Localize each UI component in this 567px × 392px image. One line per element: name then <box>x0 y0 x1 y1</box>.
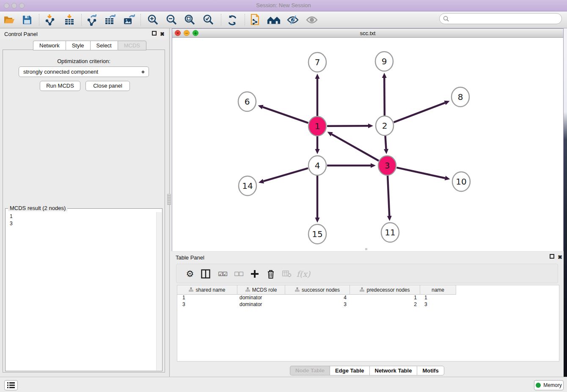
graph-edge[interactable] <box>263 168 308 181</box>
graph-edge[interactable] <box>332 134 379 161</box>
close-mcds-panel-button[interactable]: Close panel <box>85 81 130 91</box>
refresh-icon <box>227 14 238 25</box>
table-cell[interactable]: 1 <box>420 295 456 301</box>
function-builder-button[interactable]: f(x) <box>296 268 311 280</box>
tab-motifs[interactable]: Motifs <box>417 366 444 375</box>
float-table-panel-button[interactable] <box>550 254 554 259</box>
delete-columns-button[interactable] <box>264 268 277 280</box>
hide-selected-button[interactable] <box>286 14 300 26</box>
memory-button[interactable]: Memory <box>534 380 564 390</box>
close-panel-button[interactable]: ✖ <box>160 31 165 37</box>
table-cell[interactable]: dominator <box>237 301 285 308</box>
search-input[interactable] <box>449 14 561 23</box>
mcds-result-list[interactable]: 13 <box>7 213 155 369</box>
column-header[interactable]: successor nodes <box>285 285 350 295</box>
first-neighbors-button[interactable] <box>267 14 281 26</box>
criterion-select[interactable]: strongly connected component <box>19 66 149 77</box>
result-scrollbar[interactable] <box>156 212 162 370</box>
graph-node-label: 3 <box>385 160 390 171</box>
table-toolbar: ⚙ ☑☑ ☐☐ f(x) <box>176 264 558 283</box>
clone-network-icon <box>250 14 261 26</box>
tab-select[interactable]: Select <box>90 41 118 50</box>
add-column-button[interactable] <box>248 268 261 280</box>
close-table-panel-button[interactable]: ✖ <box>558 254 562 260</box>
select-all-columns-button[interactable]: ☑☑ <box>215 268 230 280</box>
tab-network-table[interactable]: Network Table <box>369 366 417 375</box>
table-row[interactable]: 1dominator411 <box>177 295 559 301</box>
table-cell[interactable]: 3 <box>285 301 350 308</box>
table-cell[interactable]: 3 <box>177 301 237 308</box>
panel-divider-grip[interactable] <box>167 194 171 205</box>
table-row[interactable]: 3dominator323 <box>177 301 559 308</box>
import-network-button[interactable] <box>43 14 57 26</box>
table-cell[interactable]: dominator <box>237 295 285 301</box>
tab-edge-table[interactable]: Edge Table <box>330 366 369 375</box>
graph-edge[interactable] <box>263 107 308 123</box>
graph-edge[interactable] <box>388 175 389 216</box>
network-canvas[interactable]: 7968124314101511 <box>172 38 563 251</box>
zoom-selected-button[interactable] <box>202 14 215 26</box>
houses-icon <box>267 15 281 25</box>
trash-icon <box>267 270 275 279</box>
column-header[interactable]: shared name <box>177 285 237 295</box>
export-image-icon <box>123 14 135 26</box>
export-table-icon <box>104 14 117 26</box>
graph-edge[interactable] <box>385 135 386 149</box>
graph-edge[interactable] <box>384 78 385 116</box>
window-titlebar: Session: New Session <box>0 0 567 11</box>
table-cell[interactable]: 4 <box>285 295 350 301</box>
run-mcds-button[interactable]: Run MCDS <box>40 81 80 91</box>
criterion-value: strongly connected component <box>23 69 98 75</box>
table-cell[interactable]: 1 <box>350 295 420 301</box>
mcds-result-item: 1 <box>7 213 155 220</box>
save-session-button[interactable] <box>20 14 34 26</box>
toolbar-separator <box>140 14 141 26</box>
edge-arrowhead-icon <box>384 149 388 154</box>
table-cell[interactable]: 2 <box>350 301 420 308</box>
canvas-grip[interactable] <box>365 248 367 250</box>
edge-arrowhead-icon <box>387 216 392 221</box>
graph-edge[interactable] <box>394 103 445 122</box>
import-table-button[interactable] <box>63 14 76 26</box>
graph-node-label: 15 <box>312 229 322 239</box>
task-history-button[interactable] <box>4 380 18 390</box>
control-panel-header: Control Panel ✖ <box>0 28 168 39</box>
unselect-all-columns-button[interactable]: ☐☐ <box>231 268 246 280</box>
graph-edge[interactable] <box>396 168 445 178</box>
table-cell[interactable]: 1 <box>177 295 237 301</box>
column-header-label: name <box>432 287 444 293</box>
network-window-title: scc.txt <box>172 30 563 36</box>
toolbar-separator <box>245 14 245 26</box>
open-session-button[interactable] <box>3 14 16 26</box>
zoom-fit-button[interactable] <box>183 14 197 26</box>
graph-edge[interactable] <box>327 126 368 126</box>
export-table-button[interactable] <box>104 14 117 26</box>
show-columns-button[interactable] <box>199 268 212 280</box>
tab-network[interactable]: Network <box>33 41 66 50</box>
show-all-button[interactable] <box>305 14 319 26</box>
tab-node-table[interactable]: Node Table <box>290 366 330 375</box>
tab-mcds[interactable]: MCDS <box>118 41 146 50</box>
delete-table-button[interactable] <box>281 268 293 280</box>
table-header-row: shared nameMCDS rolesuccessor nodesprede… <box>177 285 456 295</box>
clone-network-button[interactable] <box>249 14 262 26</box>
table-panel-title: Table Panel <box>176 254 204 261</box>
column-header[interactable]: MCDS role <box>237 285 285 295</box>
tab-style[interactable]: Style <box>66 41 90 50</box>
table-cell[interactable]: 3 <box>420 301 456 308</box>
optimization-criterion-label: Optimization criterion: <box>0 58 168 64</box>
refresh-button[interactable] <box>226 14 239 26</box>
column-header[interactable]: predecessor nodes <box>350 285 420 295</box>
shared-column-icon <box>295 287 300 292</box>
shared-column-icon <box>189 287 193 292</box>
zoom-out-button[interactable] <box>165 14 179 26</box>
column-header[interactable]: name <box>420 285 456 295</box>
eye-slash-icon <box>286 14 299 25</box>
export-network-button[interactable] <box>85 14 99 26</box>
zoom-in-button[interactable] <box>146 14 160 26</box>
column-header-label: successor nodes <box>302 287 340 293</box>
edge-arrowhead-icon <box>368 124 373 128</box>
float-panel-button[interactable] <box>152 31 157 36</box>
export-image-button[interactable] <box>122 14 136 26</box>
table-options-button[interactable]: ⚙ <box>184 268 196 280</box>
